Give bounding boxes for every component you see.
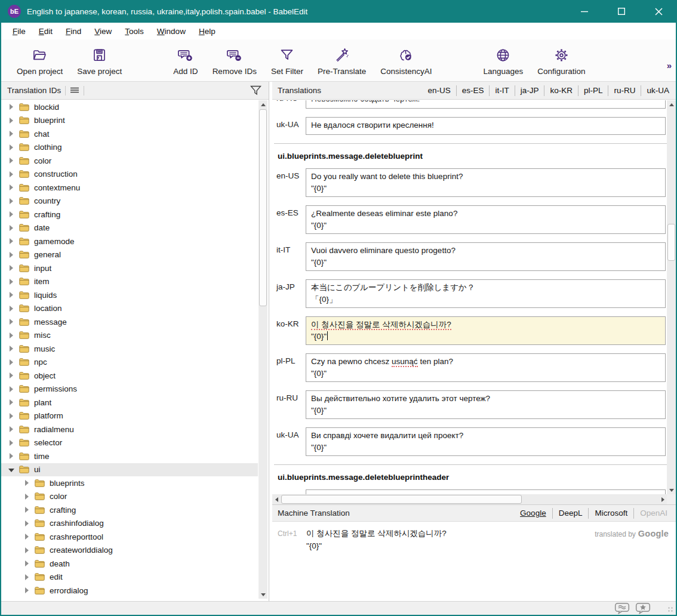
tree-item-errordialog[interactable]: errordialog [1, 584, 258, 597]
tree-item-platform[interactable]: platform [1, 409, 258, 423]
expand-arrow-icon[interactable] [8, 279, 14, 285]
menu-file[interactable]: File [6, 27, 32, 36]
translation-input-en-US[interactable]: Delete Blueprint [306, 489, 666, 494]
translations-horizontal-scrollbar[interactable] [272, 494, 667, 504]
tree-item-clothing[interactable]: clothing [1, 141, 258, 155]
tree-item-general[interactable]: general [1, 248, 258, 262]
menu-tools[interactable]: Tools [118, 27, 150, 36]
expand-arrow-icon[interactable] [8, 306, 14, 312]
scroll-up-arrow[interactable] [259, 100, 267, 109]
tree-menu-icon[interactable] [70, 87, 79, 94]
language-column-ru-RU[interactable]: ru-RU [608, 85, 641, 96]
expand-arrow-icon[interactable] [8, 372, 14, 378]
scroll-down-arrow[interactable] [667, 486, 676, 494]
expand-arrow-icon[interactable] [24, 480, 30, 486]
tree-item-chat[interactable]: chat [1, 127, 258, 141]
translation-input-ja-JP[interactable]: 本当にこのブループリントを削除しますか？「{0}」 [306, 279, 666, 308]
tree-item-ui[interactable]: ui [1, 463, 258, 477]
expand-arrow-icon[interactable] [8, 158, 14, 164]
expand-arrow-icon[interactable] [8, 252, 14, 258]
add-id-button[interactable]: Add ID [166, 45, 205, 76]
set-filter-button[interactable]: Set Filter [264, 45, 310, 76]
expand-arrow-icon[interactable] [24, 574, 30, 580]
tree-item-blueprints[interactable]: blueprints [1, 476, 258, 490]
expand-arrow-icon[interactable] [24, 494, 30, 500]
tree-item-plant[interactable]: plant [1, 396, 258, 409]
expand-arrow-icon[interactable] [8, 265, 14, 271]
expand-arrow-icon[interactable] [8, 399, 14, 405]
language-column-it-IT[interactable]: it-IT [489, 85, 514, 96]
tree-vertical-scrollbar[interactable] [259, 100, 267, 599]
tree-item-object[interactable]: object [1, 369, 258, 383]
expand-arrow-icon[interactable] [24, 560, 30, 566]
expand-arrow-icon[interactable] [8, 184, 14, 190]
expand-arrow-icon[interactable] [8, 198, 14, 204]
menu-help[interactable]: Help [192, 27, 222, 36]
expand-arrow-icon[interactable] [8, 171, 14, 177]
expand-arrow-icon[interactable] [8, 238, 14, 244]
tree-item-blueprint[interactable]: blueprint [1, 114, 258, 128]
mt-provider-deepl[interactable]: DeepL [552, 508, 589, 519]
tree-item-edit[interactable]: edit [1, 571, 258, 584]
expand-arrow-icon[interactable] [8, 359, 14, 365]
mt-provider-microsoft[interactable]: Microsoft [588, 508, 633, 519]
expand-arrow-icon[interactable] [24, 587, 30, 593]
menu-edit[interactable]: Edit [32, 27, 59, 36]
translations-vertical-scrollbar[interactable] [667, 100, 676, 494]
translation-input-es-ES[interactable]: ¿Realmente deseas eliminar este plano?"{… [306, 205, 666, 234]
tree-item-blockid[interactable]: blockid [1, 100, 258, 114]
languages-button[interactable]: Languages [476, 45, 531, 76]
tree-item-death[interactable]: death [1, 557, 258, 571]
mt-provider-openai[interactable]: OpenAI [633, 508, 673, 519]
tree-item-country[interactable]: country [1, 195, 258, 208]
toolbar-overflow-chevron[interactable]: » [667, 45, 671, 70]
open-project-button[interactable]: Open project [10, 45, 70, 76]
expand-arrow-icon[interactable] [8, 144, 14, 150]
menu-window[interactable]: Window [150, 27, 192, 36]
translation-input-uk-UA[interactable]: Ви справді хочете видалити цей проект?"{… [306, 427, 666, 456]
mt-provider-google[interactable]: Google [514, 508, 552, 519]
tree-item-crashreporttool[interactable]: crashreporttool [1, 530, 258, 544]
language-column-uk-UA[interactable]: uk-UA [641, 85, 675, 96]
expand-arrow-icon[interactable] [8, 118, 14, 124]
remove-ids-button[interactable]: Remove IDs [205, 45, 264, 76]
resize-grip[interactable] [667, 606, 673, 612]
configuration-button[interactable]: Configuration [530, 45, 592, 76]
scroll-left-arrow[interactable] [272, 495, 281, 504]
expand-arrow-icon[interactable] [8, 211, 14, 217]
rate-star-bubble-icon[interactable] [635, 602, 651, 615]
consistency-ai-button[interactable]: ConsistencyAI [373, 45, 439, 76]
translation-input-uk-UA[interactable]: Не вдалося створити креслення! [306, 117, 666, 135]
scroll-right-arrow[interactable] [658, 495, 667, 504]
tree-item-crafting[interactable]: crafting [1, 208, 258, 221]
scroll-up-arrow[interactable] [667, 100, 676, 109]
tree-item-selector[interactable]: selector [1, 436, 258, 450]
menu-find[interactable]: Find [59, 27, 88, 36]
translation-input-ru-RU[interactable]: Невозможно создать чертеж! [306, 100, 666, 109]
tree-item-music[interactable]: music [1, 342, 258, 356]
tree-item-gamemode[interactable]: gamemode [1, 235, 258, 248]
tree-item-construction[interactable]: construction [1, 168, 258, 181]
translation-input-pl-PL[interactable]: Czy na pewno chcesz usunąć ten plan?"{0}… [306, 353, 666, 382]
translation-input-en-US[interactable]: Do you really want to delete this bluepr… [306, 168, 666, 197]
tree-item-location[interactable]: location [1, 302, 258, 316]
expand-arrow-icon[interactable] [8, 413, 14, 419]
tree-item-radialmenu[interactable]: radialmenu [1, 423, 258, 436]
expand-arrow-icon[interactable] [24, 547, 30, 553]
expand-arrow-icon[interactable] [8, 426, 14, 432]
save-project-button[interactable]: Save project [70, 45, 129, 76]
translation-input-ru-RU[interactable]: Вы действительно хотите удалить этот чер… [306, 390, 666, 419]
language-column-ko-KR[interactable]: ko-KR [544, 85, 578, 96]
language-column-en-US[interactable]: en-US [422, 85, 456, 96]
collapse-arrow-icon[interactable] [8, 467, 14, 473]
tree-item-time[interactable]: time [1, 449, 258, 463]
pre-translate-button[interactable]: Pre-Translate [310, 45, 373, 76]
expand-arrow-icon[interactable] [24, 507, 30, 513]
maximize-button[interactable] [603, 0, 640, 23]
tree-item-liquids[interactable]: liquids [1, 288, 258, 302]
minimize-button[interactable] [566, 0, 603, 23]
tree-item-crafting[interactable]: crafting [1, 503, 258, 517]
tree-item-input[interactable]: input [1, 261, 258, 275]
tree-item-crashinfodialog[interactable]: crashinfodialog [1, 517, 258, 531]
expand-arrow-icon[interactable] [24, 534, 30, 540]
